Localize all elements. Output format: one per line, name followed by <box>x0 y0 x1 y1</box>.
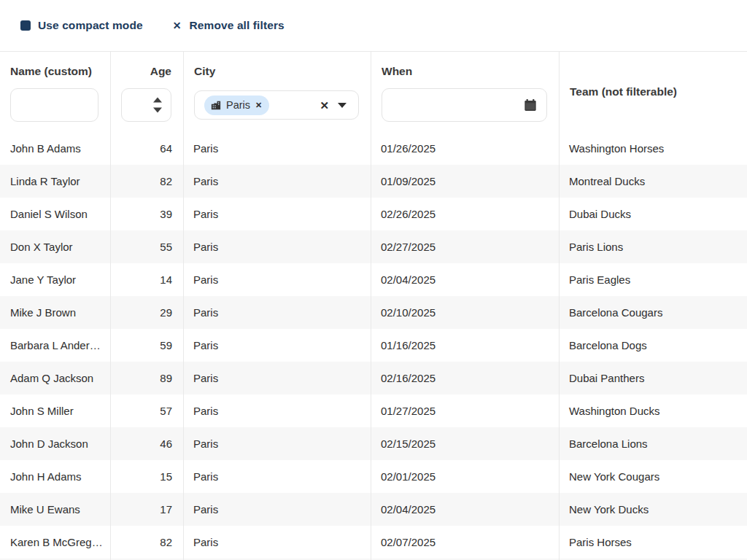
cell-team: Paris Lions <box>559 230 747 263</box>
toolbar: Use compact mode ✕ Remove all filters <box>0 0 747 51</box>
cell-when: 02/27/2025 <box>371 230 559 263</box>
cell-city: Paris <box>183 394 371 427</box>
column-label-team: Team (not filterable) <box>560 85 689 99</box>
cell-city: Paris <box>183 132 371 165</box>
cell-city: Paris <box>183 427 371 460</box>
cell-when: 01/16/2025 <box>371 329 559 362</box>
cell-age: 17 <box>110 493 183 526</box>
city-chip-paris[interactable]: Paris ✕ <box>204 96 269 115</box>
cell-city: Paris <box>183 526 371 559</box>
cell-name: John D Jackson <box>0 427 110 460</box>
chevron-down-icon[interactable] <box>338 103 347 108</box>
spinner-down-icon[interactable] <box>153 108 162 113</box>
cell-when: 02/16/2025 <box>371 362 559 394</box>
table-row: Daniel S Wilson39Paris02/26/2025Dubai Du… <box>0 198 747 230</box>
cell-team: Barcelona Dogs <box>559 329 747 362</box>
table-body: John B Adams64Paris01/26/2025Washington … <box>0 132 747 560</box>
remove-all-filters-label: Remove all filters <box>190 19 285 32</box>
cell-age: 64 <box>110 132 183 165</box>
chip-remove-icon[interactable]: ✕ <box>255 101 262 109</box>
cell-age: 89 <box>110 362 183 394</box>
close-icon: ✕ <box>173 20 182 31</box>
cell-city: Paris <box>183 165 371 198</box>
table-row: John B Adams64Paris01/26/2025Washington … <box>0 132 747 165</box>
cell-when: 01/27/2025 <box>371 394 559 427</box>
cell-when: 01/09/2025 <box>371 165 559 198</box>
cell-team: Washington Ducks <box>559 394 747 427</box>
cell-age: 82 <box>110 526 183 559</box>
column-header-city: City Paris ✕ ✕ <box>183 52 371 132</box>
age-filter-input[interactable] <box>121 88 171 122</box>
compact-mode-label: Use compact mode <box>38 19 143 32</box>
cell-when: 02/04/2025 <box>371 493 559 526</box>
clear-filter-icon[interactable]: ✕ <box>320 100 329 111</box>
cell-city: Paris <box>183 362 371 394</box>
cell-when: 02/15/2025 <box>371 427 559 460</box>
remove-all-filters-button[interactable]: ✕ Remove all filters <box>173 19 285 32</box>
cell-when: 02/26/2025 <box>371 198 559 230</box>
cell-team: Montreal Ducks <box>559 165 747 198</box>
checkbox-checked-icon[interactable] <box>20 20 31 31</box>
cell-name: Karen B McGreg… <box>0 526 110 559</box>
cell-name: Barbara L Ander… <box>0 329 110 362</box>
cell-team: Paris Eagles <box>559 263 747 296</box>
cell-city: Paris <box>183 198 371 230</box>
cell-when: 02/01/2025 <box>371 460 559 493</box>
select-controls: ✕ <box>320 100 347 111</box>
table-row: Jane Y Taylor14Paris02/04/2025Paris Eagl… <box>0 263 747 296</box>
cell-team: Washington Horses <box>559 132 747 165</box>
cell-age: 39 <box>110 198 183 230</box>
table-row: John S Miller57Paris01/27/2025Washington… <box>0 394 747 427</box>
cell-name: John H Adams <box>0 460 110 493</box>
column-header-name: Name (custom) <box>0 52 110 132</box>
cell-name: Daniel S Wilson <box>0 198 110 230</box>
cell-age: 55 <box>110 230 183 263</box>
table-row: Adam Q Jackson89Paris02/16/2025Dubai Pan… <box>0 362 747 394</box>
table-row: Mike U Ewans17Paris02/04/2025New York Du… <box>0 493 747 526</box>
cell-when: 02/10/2025 <box>371 296 559 329</box>
cell-name: John B Adams <box>0 132 110 165</box>
table-row: Karen B McGreg…82Paris02/07/2025Paris Ho… <box>0 526 747 559</box>
spinner-up-icon[interactable] <box>153 98 162 103</box>
cell-name: Linda R Taylor <box>0 165 110 198</box>
cell-age: 14 <box>110 263 183 296</box>
column-label-name: Name (custom) <box>0 64 110 79</box>
table-row: Mike J Brown29Paris02/10/2025Barcelona C… <box>0 296 747 329</box>
cell-when: 01/26/2025 <box>371 132 559 165</box>
cell-age: 46 <box>110 427 183 460</box>
table-header-row: Name (custom) Age City <box>0 52 747 132</box>
table-row: Don X Taylor55Paris02/27/2025Paris Lions <box>0 230 747 263</box>
cell-team: Paris Horses <box>559 526 747 559</box>
cell-name: Adam Q Jackson <box>0 362 110 394</box>
cell-name: Jane Y Taylor <box>0 263 110 296</box>
column-label-age: Age <box>111 64 183 79</box>
table-row: John D Jackson46Paris02/15/2025Barcelona… <box>0 427 747 460</box>
cell-name: Mike U Ewans <box>0 493 110 526</box>
cell-when: 02/07/2025 <box>371 526 559 559</box>
cell-age: 15 <box>110 460 183 493</box>
cell-team: New York Ducks <box>559 493 747 526</box>
calendar-icon[interactable] <box>524 98 537 112</box>
cell-city: Paris <box>183 296 371 329</box>
people-table: Name (custom) Age City <box>0 51 747 560</box>
table-row: Barbara L Ander…59Paris01/16/2025Barcelo… <box>0 329 747 362</box>
city-filter-select[interactable]: Paris ✕ ✕ <box>194 90 359 120</box>
cell-age: 82 <box>110 165 183 198</box>
name-filter-input[interactable] <box>10 88 98 122</box>
cell-name: John S Miller <box>0 394 110 427</box>
when-filter-input[interactable] <box>382 88 547 122</box>
cell-age: 59 <box>110 329 183 362</box>
cell-name: Mike J Brown <box>0 296 110 329</box>
cell-city: Paris <box>183 493 371 526</box>
cell-age: 29 <box>110 296 183 329</box>
cell-team: Barcelona Lions <box>559 427 747 460</box>
column-header-age: Age <box>110 52 183 132</box>
cell-city: Paris <box>183 263 371 296</box>
compact-mode-toggle[interactable]: Use compact mode <box>20 19 143 32</box>
cell-city: Paris <box>183 230 371 263</box>
cell-name: Don X Taylor <box>0 230 110 263</box>
cell-team: Barcelona Cougars <box>559 296 747 329</box>
city-chip-label: Paris <box>226 99 250 111</box>
cell-when: 02/04/2025 <box>371 263 559 296</box>
table-row: John H Adams15Paris02/01/2025New York Co… <box>0 460 747 493</box>
